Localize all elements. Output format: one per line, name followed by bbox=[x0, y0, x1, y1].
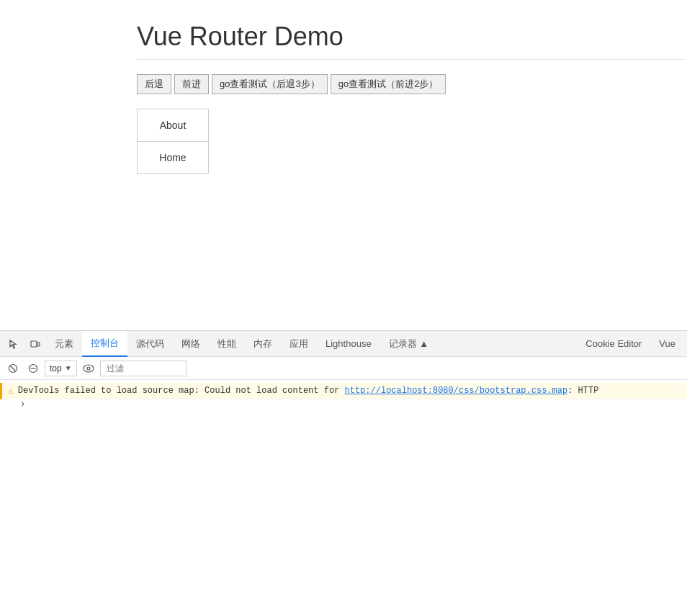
tab-elements[interactable]: 元素 bbox=[46, 331, 82, 357]
forward-button[interactable]: 前进 bbox=[174, 74, 209, 94]
tab-cookie-editor[interactable]: Cookie Editor bbox=[577, 331, 650, 357]
devtools-console: ⚠ DevTools failed to load source map: Co… bbox=[0, 380, 687, 616]
console-text-after: : HTTP bbox=[567, 386, 598, 396]
svg-point-7 bbox=[84, 365, 94, 372]
devtools-toolbar: top ▼ bbox=[0, 357, 687, 380]
console-warning-line: ⚠ DevTools failed to load source map: Co… bbox=[0, 383, 687, 399]
top-label: top bbox=[50, 363, 62, 373]
tab-performance[interactable]: 性能 bbox=[209, 331, 245, 357]
nav-about[interactable]: About bbox=[138, 109, 208, 142]
devtools-device-icon[interactable] bbox=[24, 333, 46, 355]
console-text-before: DevTools failed to load source map: Coul… bbox=[18, 386, 345, 396]
tab-lighthouse[interactable]: Lighthouse bbox=[317, 331, 380, 357]
console-message-text: DevTools failed to load source map: Coul… bbox=[18, 384, 599, 397]
top-dropdown[interactable]: top ▼ bbox=[45, 361, 77, 376]
page-title: Vue Router Demo bbox=[137, 22, 684, 60]
eye-icon[interactable] bbox=[80, 360, 97, 377]
svg-point-8 bbox=[87, 367, 90, 370]
tab-memory[interactable]: 内存 bbox=[245, 331, 281, 357]
devtools-inspect-icon[interactable] bbox=[3, 333, 24, 355]
nav-box: About Home bbox=[137, 109, 209, 174]
continuation-icon: › bbox=[20, 399, 25, 409]
tab-vue[interactable]: Vue bbox=[650, 331, 684, 357]
filter-input[interactable] bbox=[100, 361, 187, 376]
warning-icon: ⚠ bbox=[8, 385, 14, 397]
back-button[interactable]: 后退 bbox=[137, 74, 171, 94]
svg-rect-2 bbox=[37, 343, 40, 346]
clear-console-icon[interactable] bbox=[4, 360, 22, 377]
go-back-3-button[interactable]: go查看测试（后退3步） bbox=[212, 74, 328, 94]
svg-rect-1 bbox=[31, 341, 37, 347]
stop-icon[interactable] bbox=[24, 360, 42, 377]
chevron-down-icon: ▼ bbox=[65, 364, 72, 372]
nav-home[interactable]: Home bbox=[138, 142, 208, 173]
tab-sources[interactable]: 源代码 bbox=[127, 331, 173, 357]
main-content: Vue Router Demo 后退 前进 go查看测试（后退3步） go查看测… bbox=[0, 0, 687, 331]
tab-recorder[interactable]: 记录器 ▲ bbox=[380, 331, 437, 357]
tab-network[interactable]: 网络 bbox=[173, 331, 209, 357]
devtools-panel: 元素 控制台 源代码 网络 性能 内存 应用 Lighthouse 记录器 ▲ … bbox=[0, 331, 687, 616]
tab-application[interactable]: 应用 bbox=[281, 331, 317, 357]
go-forward-2-button[interactable]: go查看测试（前进2步） bbox=[331, 74, 446, 94]
console-continuation: › bbox=[0, 399, 687, 411]
svg-line-4 bbox=[11, 366, 16, 371]
svg-marker-0 bbox=[10, 340, 16, 348]
devtools-tabs-bar: 元素 控制台 源代码 网络 性能 内存 应用 Lighthouse 记录器 ▲ … bbox=[0, 331, 687, 357]
button-row: 后退 前进 go查看测试（后退3步） go查看测试（前进2步） bbox=[137, 74, 687, 94]
tab-console[interactable]: 控制台 bbox=[82, 331, 127, 357]
console-link[interactable]: http://localhost:8080/css/bootstrap.css.… bbox=[345, 386, 568, 396]
